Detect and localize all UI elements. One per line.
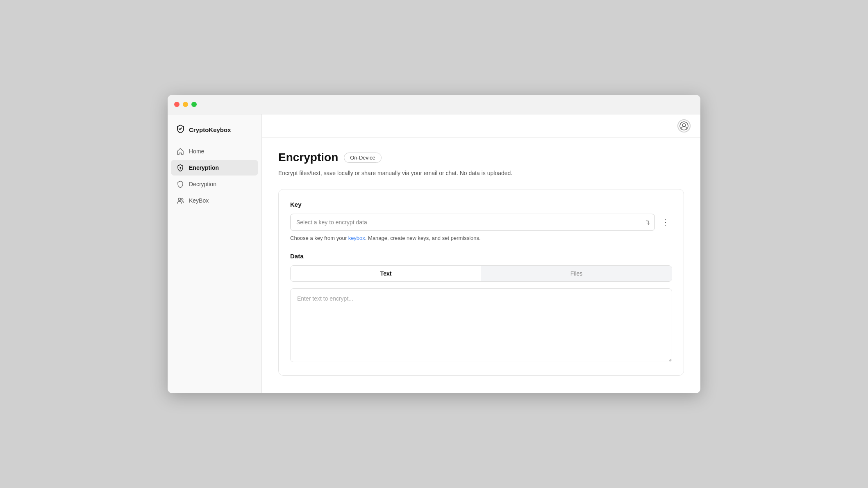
svg-point-4 [683,124,686,127]
main-content: Encryption On-Device Encrypt files/text,… [262,114,700,393]
users-icon [177,197,184,204]
key-selector-row: Select a key to encrypt data ⇅ ⋮ [290,214,672,231]
sidebar-item-home[interactable]: Home [171,144,258,159]
page-header: Encryption On-Device [278,151,684,164]
page-title: Encryption [278,151,338,164]
home-icon [177,148,184,155]
key-select-wrapper: Select a key to encrypt data ⇅ [290,214,655,231]
sidebar: CryptoKeybox Home [168,114,262,393]
logo-icon [176,124,185,135]
close-button[interactable] [174,102,180,107]
tab-files[interactable]: Files [481,266,672,281]
data-section-label: Data [290,253,672,260]
app-window: CryptoKeybox Home [168,95,700,393]
svg-point-1 [178,198,181,201]
app-name: CryptoKeybox [189,126,231,133]
sidebar-home-label: Home [189,148,204,155]
encryption-card: Key Select a key to encrypt data ⇅ ⋮ Cho… [278,189,684,376]
svg-point-2 [181,198,183,200]
sidebar-keybox-label: KeyBox [189,197,209,204]
key-hint: Choose a key from your keybox. Manage, c… [290,235,672,241]
key-hint-suffix: . Manage, create new keys, and set permi… [365,235,481,241]
titlebar [168,95,700,114]
key-section-label: Key [290,201,672,208]
encrypt-text-area[interactable] [290,288,672,362]
tab-text[interactable]: Text [291,266,481,281]
shield-lock-icon [177,164,184,171]
sidebar-item-encryption[interactable]: Encryption [171,160,258,176]
more-options-button[interactable]: ⋮ [659,216,672,229]
topbar [262,114,700,138]
sidebar-item-decryption[interactable]: Decryption [171,176,258,192]
sidebar-item-keybox[interactable]: KeyBox [171,193,258,208]
key-select[interactable]: Select a key to encrypt data [290,214,655,231]
traffic-lights [174,102,197,107]
page-body: Encryption On-Device Encrypt files/text,… [262,138,700,393]
keybox-link[interactable]: keybox [348,235,365,241]
page-subtitle: Encrypt files/text, save locally or shar… [278,169,684,178]
key-hint-prefix: Choose a key from your [290,235,348,241]
data-tabs: Text Files [290,265,672,282]
app-logo: CryptoKeybox [168,119,261,144]
user-avatar-button[interactable] [677,119,691,132]
shield-icon [177,180,184,188]
sidebar-encryption-label: Encryption [189,164,219,171]
sidebar-nav: Home Encryption [168,144,261,208]
sidebar-decryption-label: Decryption [189,181,216,187]
app-layout: CryptoKeybox Home [168,114,700,393]
ondevice-badge: On-Device [344,153,381,163]
maximize-button[interactable] [191,102,197,107]
minimize-button[interactable] [183,102,188,107]
